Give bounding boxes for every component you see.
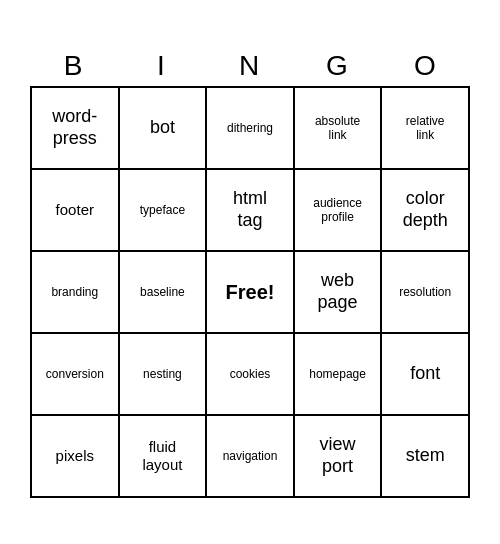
bingo-cell: html tag (207, 170, 295, 252)
cell-text: fluid layout (142, 438, 182, 474)
bingo-cell: audience profile (295, 170, 383, 252)
cell-text: conversion (46, 367, 104, 381)
cell-text: audience profile (313, 196, 362, 225)
cell-text: homepage (309, 367, 366, 381)
cell-text: dithering (227, 121, 273, 135)
bingo-grid: word- pressbotditheringabsolute linkrela… (30, 86, 470, 498)
bingo-cell: typeface (120, 170, 208, 252)
bingo-cell: nesting (120, 334, 208, 416)
bingo-cell: relative link (382, 88, 470, 170)
cell-text: nesting (143, 367, 182, 381)
cell-text: resolution (399, 285, 451, 299)
cell-text: baseline (140, 285, 185, 299)
bingo-cell: baseline (120, 252, 208, 334)
header-letter: I (118, 46, 206, 86)
header-letter: O (382, 46, 470, 86)
bingo-cell: cookies (207, 334, 295, 416)
bingo-cell: stem (382, 416, 470, 498)
cell-text: view port (320, 434, 356, 477)
cell-text: stem (406, 445, 445, 467)
bingo-cell: Free! (207, 252, 295, 334)
bingo-cell: bot (120, 88, 208, 170)
bingo-cell: navigation (207, 416, 295, 498)
cell-text: cookies (230, 367, 271, 381)
cell-text: font (410, 363, 440, 385)
cell-text: html tag (233, 188, 267, 231)
bingo-cell: dithering (207, 88, 295, 170)
bingo-cell: fluid layout (120, 416, 208, 498)
cell-text: word- press (52, 106, 97, 149)
bingo-card: BINGO word- pressbotditheringabsolute li… (20, 36, 480, 508)
bingo-header: BINGO (30, 46, 470, 86)
bingo-cell: footer (32, 170, 120, 252)
bingo-cell: resolution (382, 252, 470, 334)
cell-text: pixels (56, 447, 94, 465)
cell-text: branding (51, 285, 98, 299)
cell-text: color depth (403, 188, 448, 231)
bingo-cell: absolute link (295, 88, 383, 170)
bingo-cell: word- press (32, 88, 120, 170)
header-letter: B (30, 46, 118, 86)
bingo-cell: font (382, 334, 470, 416)
bingo-cell: pixels (32, 416, 120, 498)
header-letter: N (206, 46, 294, 86)
bingo-cell: web page (295, 252, 383, 334)
bingo-cell: color depth (382, 170, 470, 252)
cell-text: absolute link (315, 114, 360, 143)
cell-text: Free! (226, 280, 275, 304)
bingo-cell: branding (32, 252, 120, 334)
bingo-cell: homepage (295, 334, 383, 416)
header-letter: G (294, 46, 382, 86)
cell-text: relative link (406, 114, 445, 143)
bingo-cell: conversion (32, 334, 120, 416)
bingo-cell: view port (295, 416, 383, 498)
cell-text: navigation (223, 449, 278, 463)
cell-text: footer (56, 201, 94, 219)
cell-text: typeface (140, 203, 185, 217)
cell-text: bot (150, 117, 175, 139)
cell-text: web page (318, 270, 358, 313)
